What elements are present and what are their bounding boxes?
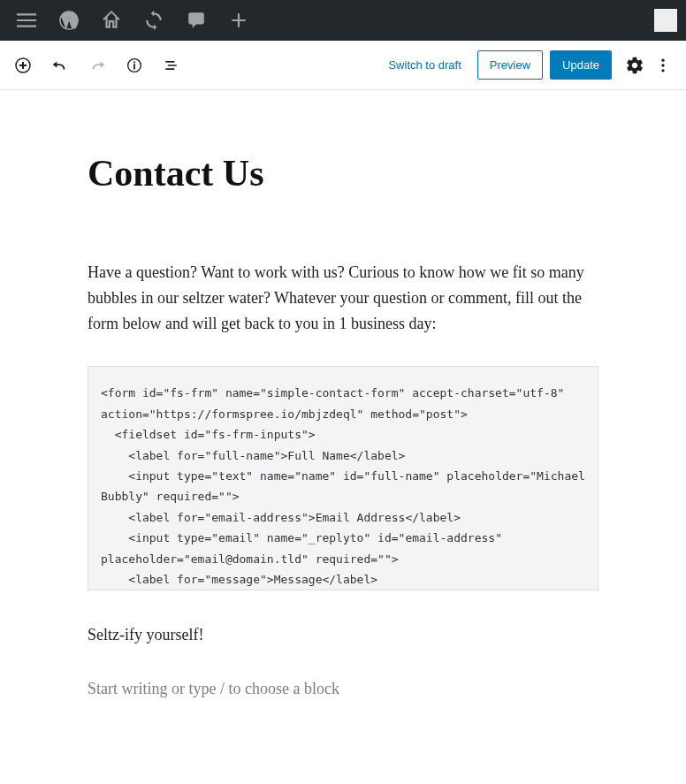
svg-point-1 — [661, 58, 664, 61]
svg-point-3 — [661, 69, 664, 72]
menu-icon[interactable] — [5, 0, 48, 41]
more-options-icon[interactable] — [652, 55, 674, 76]
outline-icon[interactable] — [161, 55, 182, 76]
seltz-paragraph[interactable]: Seltz-ify yourself! — [88, 626, 598, 644]
wordpress-icon[interactable] — [48, 0, 90, 41]
page-title[interactable]: Contact Us — [88, 152, 598, 194]
update-icon[interactable] — [133, 0, 175, 41]
intro-paragraph[interactable]: Have a question? Want to work with us? C… — [88, 260, 598, 336]
editor-toolbar: Switch to draft Preview Update — [0, 41, 686, 90]
add-block-icon[interactable] — [12, 55, 34, 76]
avatar[interactable] — [654, 9, 677, 32]
block-placeholder[interactable]: Start writing or type / to choose a bloc… — [88, 680, 598, 698]
info-icon[interactable] — [124, 55, 145, 76]
wp-admin-bar — [0, 0, 686, 41]
settings-icon[interactable] — [624, 55, 645, 76]
comment-icon[interactable] — [175, 0, 217, 41]
preview-button[interactable]: Preview — [477, 50, 543, 80]
editor-body[interactable]: Contact Us Have a question? Want to work… — [0, 90, 686, 784]
switch-to-draft-button[interactable]: Switch to draft — [379, 51, 469, 79]
redo-icon — [87, 55, 108, 76]
html-code-block[interactable]: <form id="fs-frm" name="simple-contact-f… — [88, 366, 598, 590]
home-icon[interactable] — [90, 0, 133, 41]
undo-icon[interactable] — [50, 55, 71, 76]
update-button[interactable]: Update — [550, 50, 612, 80]
plus-icon[interactable] — [217, 0, 260, 41]
svg-point-2 — [661, 64, 664, 66]
